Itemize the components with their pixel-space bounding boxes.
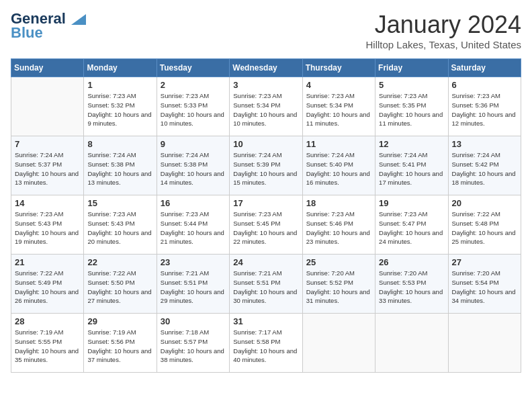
day-number: 18 — [306, 198, 371, 208]
day-info: Sunrise: 7:23 AMSunset: 5:36 PMDaylight:… — [452, 91, 517, 128]
day-number: 29 — [87, 316, 152, 326]
day-info: Sunrise: 7:23 AMSunset: 5:46 PMDaylight:… — [306, 210, 371, 246]
calendar-cell: 7Sunrise: 7:24 AMSunset: 5:37 PMDaylight… — [11, 136, 84, 195]
calendar-cell: 11Sunrise: 7:24 AMSunset: 5:40 PMDayligh… — [302, 136, 375, 195]
calendar-cell — [375, 314, 448, 373]
day-info: Sunrise: 7:24 AMSunset: 5:42 PMDaylight:… — [452, 150, 517, 187]
day-number: 4 — [306, 80, 371, 90]
day-number: 12 — [379, 139, 444, 149]
calendar-cell — [11, 77, 84, 136]
calendar-cell: 30Sunrise: 7:18 AMSunset: 5:57 PMDayligh… — [157, 314, 229, 373]
calendar-cell — [448, 314, 521, 373]
day-number: 10 — [233, 139, 298, 149]
day-info: Sunrise: 7:23 AMSunset: 5:44 PMDaylight:… — [161, 210, 226, 246]
calendar-cell: 29Sunrise: 7:19 AMSunset: 5:56 PMDayligh… — [84, 314, 157, 373]
day-number: 30 — [161, 316, 226, 326]
column-header-thursday: Thursday — [302, 59, 375, 77]
day-number: 9 — [161, 139, 226, 149]
day-info: Sunrise: 7:24 AMSunset: 5:41 PMDaylight:… — [379, 150, 444, 187]
calendar-header-row: SundayMondayTuesdayWednesdayThursdayFrid… — [11, 59, 521, 77]
logo: General Blue — [11, 11, 86, 42]
title-area: January 2024 Hilltop Lakes, Texas, Unite… — [365, 11, 521, 50]
day-number: 19 — [379, 198, 444, 208]
day-info: Sunrise: 7:21 AMSunset: 5:51 PMDaylight:… — [233, 269, 298, 306]
day-number: 17 — [233, 198, 298, 208]
calendar-cell: 14Sunrise: 7:23 AMSunset: 5:43 PMDayligh… — [11, 195, 84, 255]
calendar-cell: 20Sunrise: 7:22 AMSunset: 5:48 PMDayligh… — [448, 195, 521, 255]
day-number: 16 — [161, 198, 226, 208]
calendar-cell: 21Sunrise: 7:22 AMSunset: 5:49 PMDayligh… — [11, 255, 84, 314]
day-info: Sunrise: 7:21 AMSunset: 5:51 PMDaylight:… — [161, 269, 226, 306]
day-number: 2 — [161, 80, 226, 90]
day-info: Sunrise: 7:23 AMSunset: 5:34 PMDaylight:… — [233, 91, 298, 128]
calendar-cell: 27Sunrise: 7:20 AMSunset: 5:54 PMDayligh… — [448, 255, 521, 314]
day-info: Sunrise: 7:23 AMSunset: 5:32 PMDaylight:… — [87, 91, 152, 128]
day-info: Sunrise: 7:20 AMSunset: 5:53 PMDaylight:… — [379, 269, 444, 306]
day-info: Sunrise: 7:18 AMSunset: 5:57 PMDaylight:… — [161, 328, 226, 365]
week-row-1: 1Sunrise: 7:23 AMSunset: 5:32 PMDaylight… — [11, 77, 521, 136]
column-header-tuesday: Tuesday — [157, 59, 229, 77]
day-info: Sunrise: 7:20 AMSunset: 5:52 PMDaylight:… — [306, 269, 371, 306]
day-number: 3 — [233, 80, 298, 90]
week-row-2: 7Sunrise: 7:24 AMSunset: 5:37 PMDaylight… — [11, 136, 521, 195]
day-number: 13 — [452, 139, 517, 149]
calendar-cell: 17Sunrise: 7:23 AMSunset: 5:45 PMDayligh… — [230, 195, 302, 255]
calendar-cell: 26Sunrise: 7:20 AMSunset: 5:53 PMDayligh… — [375, 255, 448, 314]
day-number: 20 — [452, 198, 517, 208]
calendar-cell: 31Sunrise: 7:17 AMSunset: 5:58 PMDayligh… — [230, 314, 302, 373]
calendar-cell: 13Sunrise: 7:24 AMSunset: 5:42 PMDayligh… — [448, 136, 521, 195]
day-number: 28 — [15, 316, 80, 326]
calendar-cell: 22Sunrise: 7:22 AMSunset: 5:50 PMDayligh… — [84, 255, 157, 314]
day-number: 14 — [15, 198, 80, 208]
day-number: 27 — [452, 257, 517, 267]
column-header-wednesday: Wednesday — [230, 59, 302, 77]
day-info: Sunrise: 7:23 AMSunset: 5:43 PMDaylight:… — [15, 210, 80, 246]
day-info: Sunrise: 7:23 AMSunset: 5:33 PMDaylight:… — [161, 91, 226, 128]
location-title: Hilltop Lakes, Texas, United States — [365, 39, 521, 50]
day-number: 31 — [233, 316, 298, 326]
day-number: 21 — [15, 257, 80, 267]
day-number: 1 — [87, 80, 152, 90]
day-info: Sunrise: 7:24 AMSunset: 5:37 PMDaylight:… — [15, 150, 80, 187]
calendar-cell: 3Sunrise: 7:23 AMSunset: 5:34 PMDaylight… — [230, 77, 302, 136]
day-info: Sunrise: 7:20 AMSunset: 5:54 PMDaylight:… — [452, 269, 517, 306]
day-info: Sunrise: 7:24 AMSunset: 5:38 PMDaylight:… — [87, 150, 152, 187]
svg-marker-0 — [71, 14, 86, 25]
calendar-cell: 24Sunrise: 7:21 AMSunset: 5:51 PMDayligh… — [230, 255, 302, 314]
calendar-cell: 2Sunrise: 7:23 AMSunset: 5:33 PMDaylight… — [157, 77, 229, 136]
week-row-3: 14Sunrise: 7:23 AMSunset: 5:43 PMDayligh… — [11, 195, 521, 255]
day-info: Sunrise: 7:24 AMSunset: 5:40 PMDaylight:… — [306, 150, 371, 187]
calendar-cell: 15Sunrise: 7:23 AMSunset: 5:43 PMDayligh… — [84, 195, 157, 255]
calendar-cell: 28Sunrise: 7:19 AMSunset: 5:55 PMDayligh… — [11, 314, 84, 373]
calendar-cell: 18Sunrise: 7:23 AMSunset: 5:46 PMDayligh… — [302, 195, 375, 255]
calendar-cell: 12Sunrise: 7:24 AMSunset: 5:41 PMDayligh… — [375, 136, 448, 195]
day-number: 8 — [87, 139, 152, 149]
day-number: 22 — [87, 257, 152, 267]
day-number: 7 — [15, 139, 80, 149]
day-info: Sunrise: 7:24 AMSunset: 5:38 PMDaylight:… — [161, 150, 226, 187]
day-info: Sunrise: 7:23 AMSunset: 5:47 PMDaylight:… — [379, 210, 444, 246]
day-info: Sunrise: 7:23 AMSunset: 5:34 PMDaylight:… — [306, 91, 371, 128]
calendar-cell: 1Sunrise: 7:23 AMSunset: 5:32 PMDaylight… — [84, 77, 157, 136]
day-info: Sunrise: 7:19 AMSunset: 5:56 PMDaylight:… — [87, 328, 152, 365]
logo-blue: Blue — [11, 24, 43, 42]
logo-icon — [71, 14, 86, 25]
day-number: 11 — [306, 139, 371, 149]
calendar-cell: 6Sunrise: 7:23 AMSunset: 5:36 PMDaylight… — [448, 77, 521, 136]
calendar-cell: 8Sunrise: 7:24 AMSunset: 5:38 PMDaylight… — [84, 136, 157, 195]
day-number: 5 — [379, 80, 444, 90]
day-info: Sunrise: 7:23 AMSunset: 5:35 PMDaylight:… — [379, 91, 444, 128]
calendar-table: SundayMondayTuesdayWednesdayThursdayFrid… — [11, 58, 521, 373]
day-number: 26 — [379, 257, 444, 267]
day-info: Sunrise: 7:22 AMSunset: 5:49 PMDaylight:… — [15, 269, 80, 306]
column-header-monday: Monday — [84, 59, 157, 77]
column-header-friday: Friday — [375, 59, 448, 77]
calendar-cell: 10Sunrise: 7:24 AMSunset: 5:39 PMDayligh… — [230, 136, 302, 195]
calendar-cell: 16Sunrise: 7:23 AMSunset: 5:44 PMDayligh… — [157, 195, 229, 255]
day-number: 24 — [233, 257, 298, 267]
day-number: 6 — [452, 80, 517, 90]
calendar-cell: 25Sunrise: 7:20 AMSunset: 5:52 PMDayligh… — [302, 255, 375, 314]
day-number: 25 — [306, 257, 371, 267]
day-info: Sunrise: 7:19 AMSunset: 5:55 PMDaylight:… — [15, 328, 80, 365]
day-number: 23 — [161, 257, 226, 267]
